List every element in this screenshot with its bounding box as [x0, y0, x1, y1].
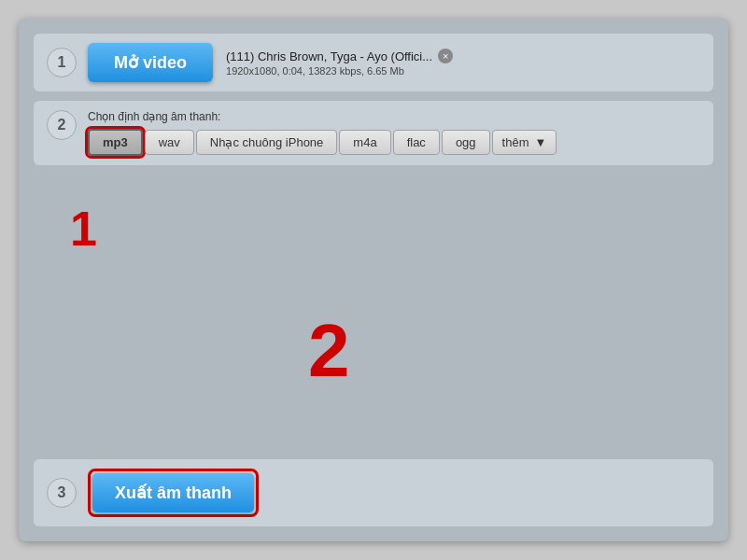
close-icon[interactable]: ×: [438, 49, 453, 63]
video-title: (111) Chris Brown, Tyga - Ayo (Offici...: [226, 49, 432, 63]
format-tab-ogg[interactable]: ogg: [442, 130, 490, 155]
annotation-1: 1: [70, 201, 97, 257]
format-tabs: mp3 wav Nhạc chuông iPhone m4a flac ogg …: [88, 129, 700, 156]
format-more-dropdown[interactable]: thêm ▼: [492, 130, 557, 155]
open-video-button[interactable]: Mở video: [88, 43, 213, 82]
format-more-label: thêm: [502, 135, 529, 149]
export-button-wrapper: Xuất âm thanh: [88, 469, 259, 517]
step2-row: 2 Chọn định dạng âm thanh: mp3 wav Nhạc …: [34, 101, 713, 165]
dropdown-arrow-icon: ▼: [534, 135, 546, 149]
video-title-row: (111) Chris Brown, Tyga - Ayo (Offici...…: [226, 49, 453, 63]
format-label: Chọn định dạng âm thanh:: [88, 110, 700, 123]
spacer: [34, 175, 713, 450]
main-container: 1 Mở video (111) Chris Brown, Tyga - Ayo…: [19, 19, 728, 541]
annotation-2: 2: [308, 308, 350, 394]
format-tab-wav[interactable]: wav: [145, 130, 194, 155]
step2-number: 2: [47, 110, 77, 140]
export-audio-button[interactable]: Xuất âm thanh: [92, 473, 254, 512]
format-tab-flac[interactable]: flac: [393, 130, 440, 155]
step1-number: 1: [47, 48, 77, 77]
step2-content: Chọn định dạng âm thanh: mp3 wav Nhạc ch…: [88, 110, 700, 156]
format-tab-ringtone[interactable]: Nhạc chuông iPhone: [196, 130, 337, 155]
video-info: (111) Chris Brown, Tyga - Ayo (Offici...…: [226, 49, 453, 77]
format-tab-mp3[interactable]: mp3: [88, 129, 143, 156]
video-meta: 1920x1080, 0:04, 13823 kbps, 6.65 Mb: [226, 65, 453, 77]
step1-row: 1 Mở video (111) Chris Brown, Tyga - Ayo…: [34, 34, 713, 91]
step1-content: Mở video (111) Chris Brown, Tyga - Ayo (…: [88, 43, 453, 82]
format-tab-m4a[interactable]: m4a: [339, 130, 390, 155]
step3-row: 3 Xuất âm thanh: [34, 459, 713, 526]
step3-number: 3: [47, 478, 77, 508]
